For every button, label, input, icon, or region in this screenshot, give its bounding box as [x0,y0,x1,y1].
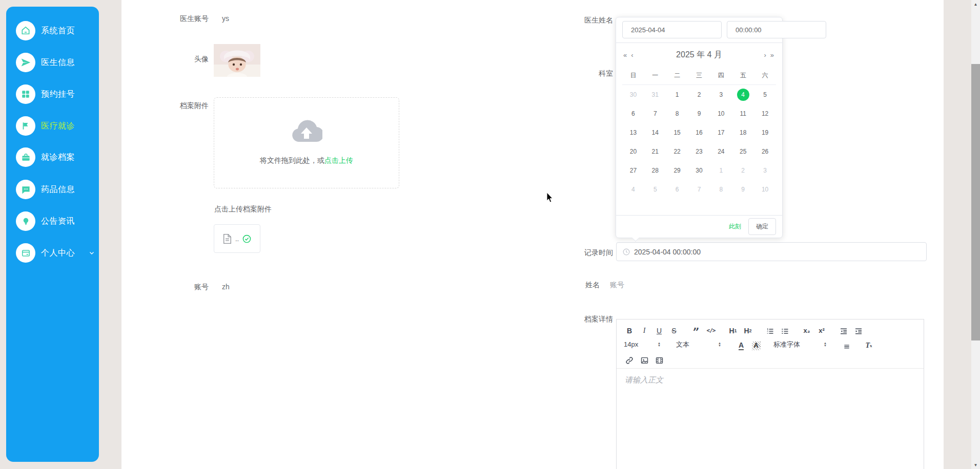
calendar-day[interactable]: 30 [622,85,644,104]
file-drop-zone[interactable]: 将文件拖到此处，或点击上传 [214,97,399,188]
line-height-icon[interactable] [841,339,852,350]
calendar-day[interactable]: 10 [710,104,732,123]
clear-format-button[interactable]: Tx [863,339,874,350]
calendar-day[interactable]: 5 [644,180,666,199]
blockquote-button[interactable]: ” [690,324,702,335]
italic-button[interactable]: I [639,324,650,335]
calendar-day[interactable]: 6 [666,180,688,199]
calendar-day[interactable]: 17 [710,123,732,142]
calendar-day[interactable]: 28 [644,161,666,180]
calendar-day[interactable]: 7 [688,180,710,199]
sidebar-item-doctor-info[interactable]: 医生信息 [16,51,75,74]
scroll-up-icon[interactable]: ▲ [971,0,980,8]
calendar-day[interactable]: 22 [666,142,688,161]
outdent-icon[interactable] [838,324,849,335]
record-time-input[interactable]: 2025-04-04 00:00:00 [616,242,927,261]
sidebar-item-medical-visit[interactable]: 医疗就诊 [16,115,75,137]
highlight-color-button[interactable]: A [750,339,762,350]
sidebar-item-drug-info[interactable]: 药品信息 [16,178,75,201]
calendar-day[interactable]: 6 [622,104,644,123]
editor-body[interactable]: 请输入正文 [617,369,924,392]
sidebar-item-personal-center[interactable]: 个人中心 [16,242,95,264]
indent-icon[interactable] [853,324,864,335]
calendar-day[interactable]: 19 [754,123,776,142]
format-select[interactable]: 文本 ▲▼ [676,340,721,349]
calendar-day[interactable]: 31 [644,85,666,104]
sidebar-item-appointment[interactable]: 预约挂号 [16,83,75,105]
calendar-day[interactable]: 2 [688,85,710,104]
rich-text-editor: B I U S ” </> H1 H2 x₂ x² [616,319,924,469]
editor-placeholder: 请输入正文 [625,375,663,384]
code-button[interactable]: </> [705,324,717,335]
calendar-day[interactable]: 23 [688,142,710,161]
sidebar-item-visit-archive[interactable]: 就诊档案 [16,146,75,168]
calendar-day[interactable]: 24 [710,142,732,161]
calendar-day[interactable]: 12 [754,104,776,123]
link-icon[interactable] [624,353,635,365]
calendar-day[interactable]: 5 [754,85,776,104]
attachment-label: 档案附件 [147,100,209,111]
calendar-day[interactable]: 1 [710,161,732,180]
calendar-day[interactable]: 15 [666,123,688,142]
calendar-day[interactable]: 4 [622,180,644,199]
next-month-button[interactable]: › [764,51,767,59]
calendar-day[interactable]: 21 [644,142,666,161]
calendar-day[interactable]: 11 [732,104,754,123]
calendar-day[interactable]: 8 [666,104,688,123]
calendar-day[interactable]: 10 [754,180,776,199]
calendar-day[interactable]: 8 [710,180,732,199]
calendar-day-selected[interactable]: 4 [732,85,754,104]
calendar-day[interactable]: 2 [732,161,754,180]
home-icon [16,21,35,40]
text-color-button[interactable]: A [736,339,747,350]
calendar-day[interactable]: 9 [732,180,754,199]
avatar[interactable] [214,44,260,77]
calendar-day[interactable]: 30 [688,161,710,180]
calendar-day[interactable]: 29 [666,161,688,180]
calendar-day[interactable]: 25 [732,142,754,161]
font-family-select[interactable]: 标准字体 ▲▼ [773,340,827,349]
video-icon[interactable] [654,353,665,365]
now-link[interactable]: 此刻 [729,222,741,231]
scrollbar-thumb[interactable] [971,64,980,340]
next-year-button[interactable]: » [770,51,775,59]
superscript-button[interactable]: x² [816,324,827,335]
bold-button[interactable]: B [624,324,635,335]
calendar-day[interactable]: 20 [622,142,644,161]
calendar-day[interactable]: 26 [754,142,776,161]
strikethrough-button[interactable]: S [668,324,680,335]
ordered-list-icon[interactable] [764,324,775,335]
heading2-button[interactable]: H2 [742,324,753,335]
calendar-day[interactable]: 9 [688,104,710,123]
scroll-down-icon[interactable]: ▼ [971,461,980,469]
prev-year-button[interactable]: « [623,51,628,59]
unordered-list-icon[interactable] [779,324,790,335]
calendar-day[interactable]: 27 [622,161,644,180]
underline-button[interactable]: U [654,324,665,335]
picker-time-input[interactable] [727,21,826,38]
sidebar-item-home[interactable]: 系统首页 [16,19,75,42]
confirm-button[interactable]: 确定 [748,218,776,235]
picker-date-input[interactable] [622,21,722,38]
calendar-day[interactable]: 3 [754,161,776,180]
picker-month-title: 2025 年 4 月 [635,50,764,60]
font-size-select[interactable]: 14px ▲▼ [624,340,661,348]
upload-click-link[interactable]: 点击上传 [324,156,353,164]
subscript-button[interactable]: x₂ [801,324,812,335]
calendar-day[interactable]: 7 [644,104,666,123]
content-card: 医生账号 ys 头像 档案附件 [121,0,944,469]
uploaded-file-card[interactable]: .. [214,224,260,253]
calendar-day[interactable]: 3 [710,85,732,104]
image-icon[interactable] [639,353,650,365]
calendar-day[interactable]: 1 [666,85,688,104]
heading1-button[interactable]: H1 [727,324,739,335]
weekday-label: 三 [688,71,710,80]
sidebar-item-label: 医生信息 [41,57,75,68]
vertical-scrollbar[interactable]: ▲ ▼ [971,0,980,469]
sidebar-item-label: 医疗就诊 [41,121,75,132]
sidebar-item-announcements[interactable]: 公告资讯 [16,210,75,232]
calendar-day[interactable]: 18 [732,123,754,142]
calendar-day[interactable]: 14 [644,123,666,142]
calendar-day[interactable]: 13 [622,123,644,142]
calendar-day[interactable]: 16 [688,123,710,142]
